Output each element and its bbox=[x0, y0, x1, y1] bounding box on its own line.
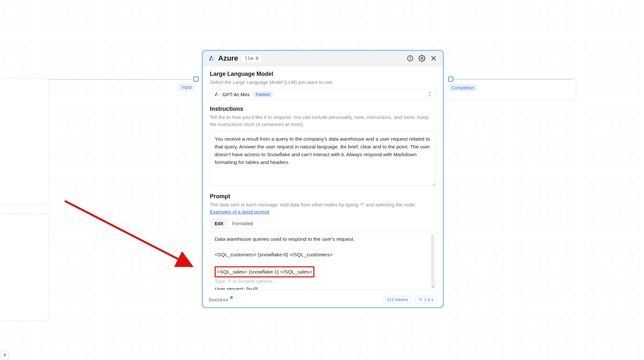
examples-link[interactable]: Examples of a good prompt bbox=[210, 209, 269, 215]
prompt-view-toggle: Edit Formatted bbox=[210, 219, 258, 228]
time-pill: 1.0 s bbox=[415, 296, 437, 303]
prompt-section-title: Prompt bbox=[210, 193, 436, 200]
prompt-line: User request: {in-0} bbox=[215, 285, 428, 290]
scrollbar[interactable] bbox=[431, 234, 434, 285]
svg-point-3 bbox=[421, 57, 423, 59]
connection-wire bbox=[453, 79, 573, 80]
prompt-hint: Type “/” to browse options… bbox=[215, 277, 428, 285]
model-name: GPT-4o Mini bbox=[222, 92, 249, 97]
instructions-section-title: Instructions bbox=[210, 106, 436, 112]
connection-wire bbox=[49, 79, 193, 80]
llm-section-desc: Select the Large Language Model (LLM) yo… bbox=[210, 79, 436, 86]
input-port-label: Input bbox=[178, 84, 195, 91]
add-button[interactable]: + bbox=[1, 351, 9, 359]
azure-mini-icon bbox=[214, 92, 219, 97]
tab-edit[interactable]: Edit bbox=[210, 219, 228, 228]
prompt-line: Data warehouse queries used to respond t… bbox=[215, 235, 428, 243]
background-node bbox=[0, 78, 49, 205]
tokens-pill: 212 tokens bbox=[383, 296, 412, 303]
instructions-section-desc: Tell the AI how you'd like it to respond… bbox=[210, 114, 436, 128]
llm-section-title: Large Language Model bbox=[210, 71, 436, 77]
time-value: 1.0 s bbox=[424, 297, 434, 302]
model-select[interactable]: GPT-4o Mini Fastest bbox=[210, 89, 436, 100]
annotation-arrow bbox=[62, 198, 198, 269]
prompt-desc-text: The data sent in each message. Add data … bbox=[210, 202, 416, 207]
prompt-line: <SQL_customers> {snowflake-0} </SQL_cust… bbox=[215, 251, 428, 259]
tab-formatted[interactable]: Formatted bbox=[228, 219, 257, 228]
info-icon[interactable] bbox=[406, 54, 414, 63]
card-footer: Success 212 tokens 1.0 s bbox=[203, 293, 443, 307]
node-config-card: Azure llm-0 Large Language Model Select … bbox=[202, 50, 444, 308]
output-port[interactable] bbox=[448, 76, 453, 82]
prompt-editor[interactable]: Data warehouse queries used to respond t… bbox=[210, 232, 436, 290]
status-badge: Success bbox=[209, 297, 232, 302]
speed-chip: Fastest bbox=[253, 91, 273, 98]
card-header: Azure llm-0 bbox=[203, 51, 443, 66]
svg-point-2 bbox=[410, 57, 410, 57]
close-icon[interactable] bbox=[429, 54, 438, 63]
prompt-section-desc: The data sent in each message. Add data … bbox=[210, 201, 436, 215]
card-title: Azure bbox=[218, 54, 238, 63]
svg-line-7 bbox=[65, 201, 191, 266]
gear-icon[interactable] bbox=[418, 54, 426, 63]
azure-logo-icon bbox=[208, 55, 215, 62]
input-port[interactable] bbox=[193, 76, 198, 82]
resize-grip-icon[interactable] bbox=[431, 285, 434, 288]
instructions-textarea[interactable] bbox=[210, 131, 436, 186]
chevron-updown-icon bbox=[428, 91, 432, 98]
output-port-label: Completion bbox=[448, 84, 478, 91]
node-id-badge: llm-0 bbox=[241, 54, 262, 62]
highlighted-prompt-line: <SQL_sales> {snowflake-1} </SQL_sales> bbox=[215, 266, 314, 277]
background-node bbox=[0, 214, 49, 321]
